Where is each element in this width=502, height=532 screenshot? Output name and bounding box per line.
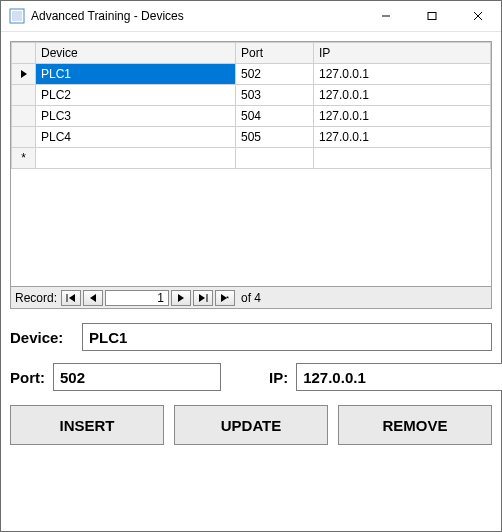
current-row-indicator-icon [12, 69, 35, 79]
nav-prev-button[interactable] [83, 290, 103, 306]
remove-button[interactable]: REMOVE [338, 405, 492, 445]
window-controls [363, 1, 501, 31]
cell-device[interactable]: PLC2 [36, 85, 236, 106]
nav-first-button[interactable] [61, 290, 81, 306]
table-row[interactable]: PLC3504127.0.0.1 [12, 106, 491, 127]
ip-label: IP: [269, 369, 288, 386]
svg-marker-10 [178, 294, 184, 302]
new-row[interactable]: * [12, 148, 491, 169]
cell-device[interactable]: PLC4 [36, 127, 236, 148]
update-button[interactable]: UPDATE [174, 405, 328, 445]
record-label: Record: [15, 291, 57, 305]
cell-device[interactable]: PLC1 [36, 64, 236, 85]
row-header[interactable] [12, 64, 36, 85]
maximize-button[interactable] [409, 1, 455, 31]
close-button[interactable] [455, 1, 501, 31]
cell-port[interactable]: 503 [236, 85, 314, 106]
record-navigator: Record: * of 4 [10, 287, 492, 309]
nav-new-button[interactable]: * [215, 290, 235, 306]
ip-field[interactable] [296, 363, 502, 391]
column-header-device[interactable]: Device [36, 43, 236, 64]
new-row-icon: * [21, 151, 26, 165]
insert-button[interactable]: INSERT [10, 405, 164, 445]
window: Advanced Training - Devices [0, 0, 502, 532]
cell-port[interactable]: 504 [236, 106, 314, 127]
svg-rect-3 [428, 13, 436, 20]
new-row-indicator[interactable]: * [12, 148, 36, 169]
column-header-port[interactable]: Port [236, 43, 314, 64]
devices-grid[interactable]: Device Port IP PLC1502127.0.0.1PLC250312… [10, 41, 492, 287]
window-title: Advanced Training - Devices [31, 9, 363, 23]
svg-marker-8 [69, 294, 75, 302]
row-header[interactable] [12, 106, 36, 127]
column-header-ip[interactable]: IP [314, 43, 491, 64]
app-icon [9, 8, 25, 24]
nav-last-button[interactable] [193, 290, 213, 306]
minimize-button[interactable] [363, 1, 409, 31]
device-field[interactable] [82, 323, 492, 351]
svg-rect-1 [12, 11, 22, 21]
cell-port[interactable]: 505 [236, 127, 314, 148]
cell-port[interactable]: 502 [236, 64, 314, 85]
cell-empty[interactable] [236, 148, 314, 169]
port-field[interactable] [53, 363, 221, 391]
cell-ip[interactable]: 127.0.0.1 [314, 127, 491, 148]
button-row: INSERT UPDATE REMOVE [10, 405, 492, 445]
svg-text:*: * [226, 294, 229, 302]
edit-form: Device: Port: IP: [10, 323, 492, 391]
svg-marker-9 [90, 294, 96, 302]
client-area: Device Port IP PLC1502127.0.0.1PLC250312… [1, 32, 501, 531]
grid-header-row: Device Port IP [12, 43, 491, 64]
cell-empty[interactable] [314, 148, 491, 169]
grid-empty-area [11, 169, 491, 286]
table-row[interactable]: PLC2503127.0.0.1 [12, 85, 491, 106]
svg-marker-11 [199, 294, 205, 302]
cell-ip[interactable]: 127.0.0.1 [314, 85, 491, 106]
svg-marker-6 [21, 70, 27, 78]
row-header[interactable] [12, 85, 36, 106]
cell-ip[interactable]: 127.0.0.1 [314, 106, 491, 127]
port-label: Port: [10, 369, 45, 386]
titlebar: Advanced Training - Devices [1, 1, 501, 32]
nav-next-button[interactable] [171, 290, 191, 306]
device-label: Device: [10, 329, 74, 346]
cell-ip[interactable]: 127.0.0.1 [314, 64, 491, 85]
record-position-input[interactable] [105, 290, 169, 306]
record-of-text: of 4 [241, 291, 261, 305]
table-row[interactable]: PLC4505127.0.0.1 [12, 127, 491, 148]
cell-empty[interactable] [36, 148, 236, 169]
grid-corner-cell[interactable] [12, 43, 36, 64]
table-row[interactable]: PLC1502127.0.0.1 [12, 64, 491, 85]
cell-device[interactable]: PLC3 [36, 106, 236, 127]
row-header[interactable] [12, 127, 36, 148]
